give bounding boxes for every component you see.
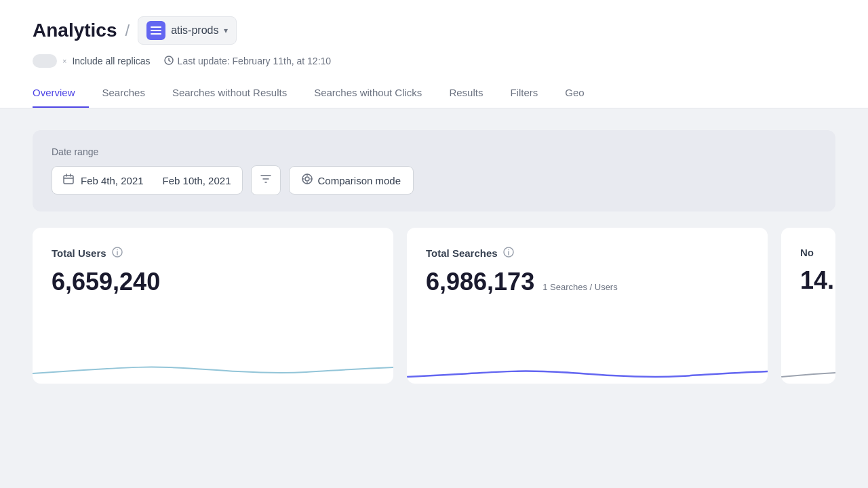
clock-icon: [164, 56, 174, 67]
page-title: Analytics: [33, 20, 117, 41]
svg-point-10: [508, 249, 509, 251]
chevron-down-icon: ▾: [224, 26, 228, 35]
total-searches-info-icon[interactable]: [503, 247, 514, 260]
page-header: Analytics / atis-prods ▾ × Include all r…: [0, 0, 868, 108]
last-update: Last update: February 11th, at 12:10: [164, 56, 332, 67]
tab-searches-without-results[interactable]: Searches without Results: [159, 79, 300, 108]
last-update-text: Last update: February 11th, at 12:10: [178, 56, 332, 66]
metrics-row: Total Users 6,659,240 Total Search: [33, 228, 835, 384]
index-name: atis-prods: [171, 24, 218, 37]
filter-card: Date range Feb 4th, 2021 Feb 10th, 2021: [33, 130, 835, 211]
tab-searches-without-clicks[interactable]: Searches without Clicks: [300, 79, 435, 108]
toggle-container: × Include all replicas: [33, 54, 151, 68]
date-to: Feb 10th, 2021: [163, 175, 231, 186]
date-picker[interactable]: Feb 4th, 2021 Feb 10th, 2021: [52, 166, 243, 195]
comparison-mode-button[interactable]: Comparison mode: [289, 166, 414, 195]
svg-rect-0: [151, 26, 161, 28]
total-searches-subtitle: 1 Searches / Users: [542, 282, 618, 292]
total-searches-card: Total Searches 6,986,173 1 Searches / Us…: [407, 228, 768, 384]
calendar-icon: [63, 174, 74, 187]
index-icon: [146, 21, 165, 40]
header-top: Analytics / atis-prods ▾: [33, 16, 835, 45]
tab-overview[interactable]: Overview: [33, 79, 89, 108]
total-users-header: Total Users: [52, 247, 374, 260]
filter-icon: [260, 173, 272, 188]
partial-metric-header: No: [800, 247, 816, 258]
svg-point-8: [117, 249, 118, 251]
date-range-label: Date range: [52, 146, 816, 157]
tab-results[interactable]: Results: [435, 79, 496, 108]
info-icon[interactable]: [112, 247, 123, 260]
total-searches-value: 6,986,173: [426, 268, 534, 296]
total-searches-header: Total Searches: [426, 247, 749, 260]
index-selector[interactable]: atis-prods ▾: [138, 16, 237, 45]
svg-rect-4: [64, 176, 73, 184]
total-searches-chart: [407, 343, 768, 384]
total-users-title: Total Users: [52, 247, 106, 259]
filter-button[interactable]: [251, 165, 281, 195]
total-searches-title: Total Searches: [426, 247, 498, 259]
total-users-value: 6,659,240: [52, 268, 374, 296]
date-from: Feb 4th, 2021: [81, 175, 144, 186]
close-icon[interactable]: ×: [62, 57, 66, 65]
total-users-card: Total Users 6,659,240: [33, 228, 393, 384]
header-meta: × Include all replicas Last update: Febr…: [33, 54, 835, 68]
include-replicas-toggle[interactable]: [33, 54, 57, 68]
partial-metric-chart: [781, 343, 835, 384]
partial-metric-card: No 14.: [781, 228, 835, 384]
include-replicas-label: Include all replicas: [72, 56, 150, 66]
svg-point-6: [305, 177, 309, 181]
tab-geo[interactable]: Geo: [551, 79, 597, 108]
tab-searches[interactable]: Searches: [89, 79, 159, 108]
title-divider: /: [125, 21, 130, 40]
partial-metric-title: No: [800, 247, 814, 258]
tab-filters[interactable]: Filters: [496, 79, 551, 108]
comparison-mode-label: Comparison mode: [318, 175, 401, 186]
comparison-icon: [302, 174, 313, 187]
total-users-chart: [33, 343, 393, 384]
nav-tabs: Overview Searches Searches without Resul…: [33, 79, 835, 108]
filter-row: Feb 4th, 2021 Feb 10th, 2021: [52, 165, 816, 195]
main-content: Date range Feb 4th, 2021 Feb 10th, 2021: [0, 108, 868, 405]
svg-rect-2: [151, 33, 161, 35]
partial-metric-value: 14.: [800, 266, 816, 295]
svg-rect-1: [151, 30, 161, 31]
